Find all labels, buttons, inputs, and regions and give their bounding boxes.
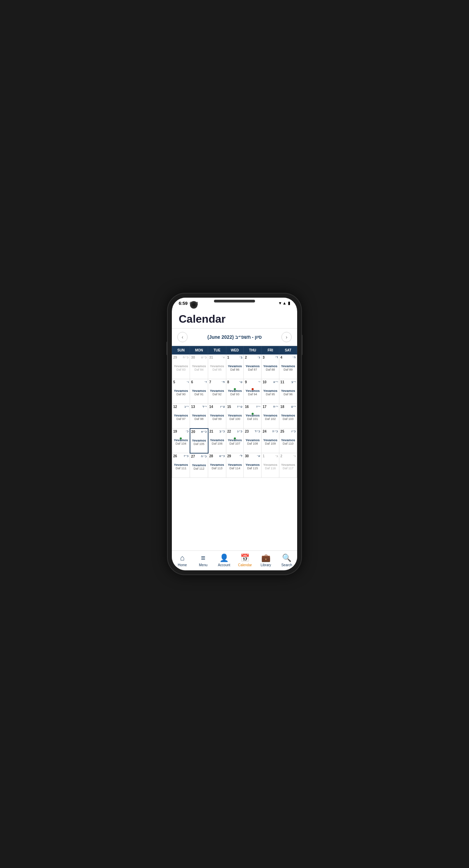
nav-item-account[interactable]: 👤Account: [216, 554, 233, 567]
cell-top: 8ט׳: [227, 380, 243, 384]
lesson-name: Yevamos: [173, 364, 189, 368]
cell-top: 6ז׳: [191, 380, 207, 384]
phone-frame: 6:59 ⚙ ▦ ▾ ▲ ▮ Calendar ‹ סיון - תשפ״ב (…: [168, 294, 301, 574]
lesson-name: Yevamos: [191, 463, 207, 467]
lesson-info: YevamosDaf 108: [245, 438, 260, 445]
calendar-cell[interactable]: 26כ״זYevamosDaf 111: [172, 453, 190, 478]
gregorian-date: 27: [191, 455, 195, 458]
day-header-thu: THU: [244, 346, 262, 355]
calendar-cell[interactable]: 14ט״וYevamosDaf 99: [208, 404, 226, 429]
calendar-cell[interactable]: 17י״חYevamosDaf 102: [262, 404, 279, 429]
day-header-tue: TUE: [208, 346, 226, 355]
lesson-info: YevamosDaf 96: [280, 389, 296, 396]
calendar-cell[interactable]: 1ב׳YevamosDaf 116: [262, 453, 279, 478]
prev-month-button[interactable]: ‹: [177, 332, 188, 342]
gregorian-date: 18: [280, 405, 284, 409]
lesson-daf: Daf 105: [191, 442, 207, 446]
hebrew-date: א׳: [257, 454, 260, 458]
lesson-daf: Daf 96: [280, 393, 296, 396]
calendar-cell[interactable]: 11י״בYevamosDaf 96: [279, 379, 297, 404]
cell-top: 7ח׳: [209, 380, 225, 384]
calendar-cell[interactable]: 29ל׳YevamosDaf 114: [226, 453, 244, 478]
calendar-cell[interactable]: 27כ״חYevamosDaf 112: [190, 453, 208, 478]
cell-top: 14ט״ו: [209, 405, 225, 409]
calendar-cell[interactable]: 29כ״חYevamosDaf 83: [172, 355, 190, 379]
cell-top: 23כ״ד: [245, 430, 260, 433]
lesson-info: YevamosDaf 83: [173, 364, 189, 371]
calendar-cell[interactable]: 4ה׳YevamosDaf 89: [279, 355, 297, 379]
hebrew-date: כ״ו: [291, 430, 296, 433]
calendar-cell[interactable]: 9י׳YevamosDaf 94: [244, 379, 262, 404]
calendar-cell[interactable]: 22כ״גYevamosDaf 107: [226, 429, 244, 453]
calendar-cell[interactable]: 5ו׳YevamosDaf 90: [172, 379, 190, 404]
calendar-cell[interactable]: 24כ״הYevamosDaf 109: [262, 429, 279, 453]
calendar-cell[interactable]: 21כ״בYevamosDaf 106: [208, 429, 226, 453]
nav-item-menu[interactable]: ≡Menu: [195, 554, 212, 567]
calendar-cell[interactable]: 25כ״וYevamosDaf 110: [279, 429, 297, 453]
calendar-cell[interactable]: 28כ״טYevamosDaf 113: [208, 453, 226, 478]
cell-top: 11י״ב: [280, 380, 296, 384]
calendar-cell[interactable]: 20כ״אYevamosDaf 105: [190, 429, 208, 453]
lesson-info: YevamosDaf 112: [191, 463, 207, 470]
lesson-info: YevamosDaf 116: [263, 463, 278, 470]
gregorian-date: 1: [263, 454, 265, 458]
gregorian-date: 29: [173, 356, 177, 359]
hebrew-date: כ״א: [201, 430, 207, 433]
cell-top: 13י״ד: [191, 405, 207, 409]
hebrew-date: כ״ט: [201, 356, 207, 359]
calendar-cell[interactable]: 7ח׳YevamosDaf 92: [208, 379, 226, 404]
calendar-cell[interactable]: 15ט״זYevamosDaf 100: [226, 404, 244, 429]
power-button: [166, 342, 168, 355]
calendar-cell[interactable]: 30כ״טYevamosDaf 84: [190, 355, 208, 379]
cell-top: 19כ׳: [173, 430, 189, 433]
lesson-info: YevamosDaf 85: [209, 364, 225, 371]
next-month-button[interactable]: ›: [281, 332, 292, 342]
calendar-cell[interactable]: 8ט׳YevamosDaf 93: [226, 379, 244, 404]
lesson-name: Yevamos: [209, 389, 225, 393]
nav-item-search[interactable]: 🔍Search: [278, 554, 295, 567]
gregorian-date: 16: [245, 405, 249, 409]
hebrew-date: ז׳: [204, 380, 207, 384]
hebrew-date: ח׳: [221, 380, 225, 384]
calendar-cell[interactable]: 19כ׳YevamosDaf 104: [172, 429, 190, 453]
search-nav-label: Search: [281, 563, 292, 567]
cell-top: 9י׳: [245, 380, 260, 384]
gregorian-date: 11: [280, 380, 284, 384]
calendar-cell[interactable]: 30א׳YevamosDaf 115: [244, 453, 262, 478]
calendar-cell[interactable]: 12י״גYevamosDaf 97: [172, 404, 190, 429]
bottom-nav: ⌂Home≡Menu👤Account📅Calendar💼Library🔍Sear…: [172, 550, 297, 570]
lesson-name: Yevamos: [209, 413, 225, 417]
lesson-info: YevamosDaf 113: [209, 463, 225, 470]
lesson-daf: Daf 101: [245, 417, 260, 421]
calendar-cell[interactable]: 13י״דYevamosDaf 98: [190, 404, 208, 429]
red-dot-indicator: [252, 388, 254, 390]
calendar-cell[interactable]: 16י״זYevamosDaf 101: [244, 404, 262, 429]
nav-item-calendar[interactable]: 📅Calendar: [237, 554, 254, 567]
lesson-name: Yevamos: [173, 463, 189, 467]
calendar-cell[interactable]: 2ג׳YevamosDaf 87: [244, 355, 262, 379]
lesson-info: YevamosDaf 88: [263, 364, 278, 371]
green-dot-indicator: [252, 413, 254, 415]
calendar-cell[interactable]: 10י״אYevamosDaf 95: [262, 379, 279, 404]
calendar-cell[interactable]: 6ז׳YevamosDaf 91: [190, 379, 208, 404]
calendar-cell[interactable]: 3ד׳YevamosDaf 88: [262, 355, 279, 379]
calendar-cell[interactable]: 18י״טYevamosDaf 103: [279, 404, 297, 429]
nav-item-home[interactable]: ⌂Home: [174, 554, 191, 567]
calendar-cell[interactable]: 23כ״דYevamosDaf 108: [244, 429, 262, 453]
cell-top: 30א׳: [245, 454, 260, 458]
lesson-info: YevamosDaf 87: [245, 364, 260, 371]
lesson-name: Yevamos: [280, 413, 296, 417]
lesson-info: YevamosDaf 84: [191, 364, 207, 371]
calendar-cell[interactable]: 1ב׳YevamosDaf 86: [226, 355, 244, 379]
account-nav-label: Account: [218, 563, 230, 567]
cell-top: 15ט״ז: [227, 405, 243, 409]
hebrew-date: י״ב: [291, 380, 296, 384]
calendar-cell[interactable]: 2ג׳YevamosDaf 117: [279, 453, 297, 478]
hebrew-date: י׳: [258, 380, 260, 384]
cell-top: 1ב׳: [227, 356, 243, 359]
calendar-nav: ‹ סיון - תשפ״ב (June 2022) ›: [172, 328, 297, 346]
gregorian-date: 5: [173, 380, 175, 384]
lesson-info: YevamosDaf 99: [209, 413, 225, 421]
calendar-cell[interactable]: 31א׳YevamosDaf 85: [208, 355, 226, 379]
nav-item-library[interactable]: 💼Library: [257, 554, 275, 567]
